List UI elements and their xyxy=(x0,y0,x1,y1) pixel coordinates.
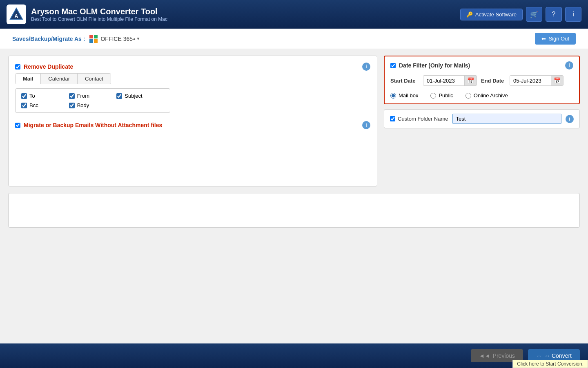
activate-software-button[interactable]: 🔑 Activate Software xyxy=(460,9,523,20)
start-date-label: Start Date xyxy=(390,78,419,84)
main-panels: Remove Duplicate i Mail Calendar Contact… xyxy=(0,49,588,186)
footer: ◄◄ Previous ↔ ↔ Convert xyxy=(0,343,588,368)
radio-online-archive: Online Archive xyxy=(466,92,508,99)
checkbox-from: From xyxy=(69,93,117,99)
svg-text:A: A xyxy=(14,13,18,19)
radio-mailbox: Mail box xyxy=(390,92,418,99)
date-filter-header: Date Filter (Only for Mails) i xyxy=(390,61,573,70)
toolbar-left: Saves/Backup/Migrate As : OFFICE 365 ▲▼ xyxy=(12,34,141,43)
date-row: Start Date 📅 End Date 📅 xyxy=(390,75,573,86)
subject-label: Subject xyxy=(125,93,142,99)
app-logo: A xyxy=(7,4,26,24)
duplicate-fields-grid: To From Subject Bcc Body xyxy=(15,88,170,113)
migrate-header: Migrate or Backup Emails Without Attachm… xyxy=(15,121,370,129)
remove-duplicate-checkbox[interactable] xyxy=(15,64,20,70)
public-radio[interactable] xyxy=(430,93,436,99)
end-date-input-wrapper: 📅 xyxy=(510,75,564,86)
toolbar: Saves/Backup/Migrate As : OFFICE 365 ▲▼ … xyxy=(0,29,588,49)
bcc-label: Bcc xyxy=(29,102,38,108)
custom-folder-checkbox[interactable] xyxy=(390,116,395,121)
end-date-label: End Date xyxy=(481,78,506,84)
end-date-input[interactable] xyxy=(510,76,551,85)
sign-out-button[interactable]: ⬅ Sign Out xyxy=(535,33,576,45)
end-date-calendar-button[interactable]: 📅 xyxy=(551,76,563,85)
checkbox-body: Body xyxy=(69,102,117,108)
format-dropdown[interactable]: OFFICE 365 xyxy=(100,36,141,42)
from-checkbox[interactable] xyxy=(69,93,75,99)
date-filter-box: Date Filter (Only for Mails) i Start Dat… xyxy=(384,56,580,104)
checkbox-bcc: Bcc xyxy=(21,102,69,108)
radio-public: Public xyxy=(430,92,453,99)
info-button[interactable]: i xyxy=(565,7,581,22)
start-date-input-wrapper: 📅 xyxy=(423,75,477,86)
log-area xyxy=(8,193,580,228)
key-icon: 🔑 xyxy=(466,11,473,18)
header-right: 🔑 Activate Software 🛒 ? i xyxy=(460,7,581,22)
saves-label: Saves/Backup/Migrate As : xyxy=(12,36,85,42)
remove-duplicate-header: Remove Duplicate i xyxy=(15,63,370,71)
left-panel: Remove Duplicate i Mail Calendar Contact… xyxy=(8,56,377,186)
svg-rect-4 xyxy=(89,39,93,43)
help-button[interactable]: ? xyxy=(546,7,562,22)
svg-rect-3 xyxy=(94,35,98,38)
date-filter-checkbox[interactable] xyxy=(390,63,396,68)
bcc-checkbox[interactable] xyxy=(21,103,27,108)
start-date-calendar-button[interactable]: 📅 xyxy=(464,76,477,85)
format-select-wrapper: OFFICE 365 ▲▼ xyxy=(89,34,141,43)
mailbox-radio[interactable] xyxy=(390,93,396,99)
office365-icon xyxy=(89,34,98,43)
date-filter-title: Date Filter (Only for Mails) xyxy=(399,62,470,69)
duplicate-tab-bar: Mail Calendar Contact xyxy=(15,73,111,84)
custom-folder-box: Custom Folder Name i xyxy=(384,109,580,128)
start-date-input[interactable] xyxy=(423,76,464,85)
convert-tooltip: Click here to Start Conversion. xyxy=(512,360,588,368)
tab-mail[interactable]: Mail xyxy=(16,74,41,84)
mailbox-label: Mail box xyxy=(399,92,418,99)
migrate-checkbox[interactable] xyxy=(15,123,20,128)
migrate-label: Migrate or Backup Emails Without Attachm… xyxy=(24,122,162,128)
online-archive-radio[interactable] xyxy=(466,93,471,99)
tab-calendar[interactable]: Calendar xyxy=(41,74,78,84)
svg-rect-5 xyxy=(94,39,98,43)
cart-button[interactable]: 🛒 xyxy=(526,7,542,22)
app-subtitle: Best Tool to Convert OLM File into Multi… xyxy=(31,16,167,22)
mailbox-radio-row: Mail box Public Online Archive xyxy=(390,92,573,99)
signout-arrow-icon: ⬅ xyxy=(541,36,546,42)
body-checkbox[interactable] xyxy=(69,103,75,108)
prev-arrow-icon: ◄◄ xyxy=(479,352,490,359)
checkbox-to: To xyxy=(21,93,69,99)
custom-folder-input[interactable] xyxy=(452,114,561,124)
body-label: Body xyxy=(77,102,89,108)
right-panel: Date Filter (Only for Mails) i Start Dat… xyxy=(384,56,580,186)
format-dropdown-wrapper[interactable]: OFFICE 365 ▲▼ xyxy=(100,36,141,42)
tab-contact[interactable]: Contact xyxy=(78,74,111,84)
from-label: From xyxy=(77,93,89,99)
migrate-section: Migrate or Backup Emails Without Attachm… xyxy=(15,121,370,129)
date-filter-info-icon[interactable]: i xyxy=(565,61,573,70)
checkbox-subject: Subject xyxy=(116,93,164,99)
app-title-block: Aryson Mac OLM Converter Tool Best Tool … xyxy=(31,7,167,22)
public-label: Public xyxy=(439,92,453,99)
app-title: Aryson Mac OLM Converter Tool xyxy=(31,7,167,16)
subject-checkbox[interactable] xyxy=(116,93,122,99)
custom-folder-info-icon[interactable]: i xyxy=(566,115,574,123)
migrate-info-icon[interactable]: i xyxy=(362,121,370,129)
app-header: A Aryson Mac OLM Converter Tool Best Too… xyxy=(0,0,588,29)
remove-duplicate-info-icon[interactable]: i xyxy=(362,63,370,71)
header-left: A Aryson Mac OLM Converter Tool Best Too… xyxy=(7,4,167,24)
to-label: To xyxy=(29,93,35,99)
online-archive-label: Online Archive xyxy=(474,92,508,99)
convert-arrow-icon: ↔ xyxy=(536,352,542,359)
custom-folder-label: Custom Folder Name xyxy=(390,116,448,122)
remove-duplicate-label: Remove Duplicate xyxy=(24,63,73,70)
svg-rect-2 xyxy=(89,35,93,38)
to-checkbox[interactable] xyxy=(21,93,27,99)
